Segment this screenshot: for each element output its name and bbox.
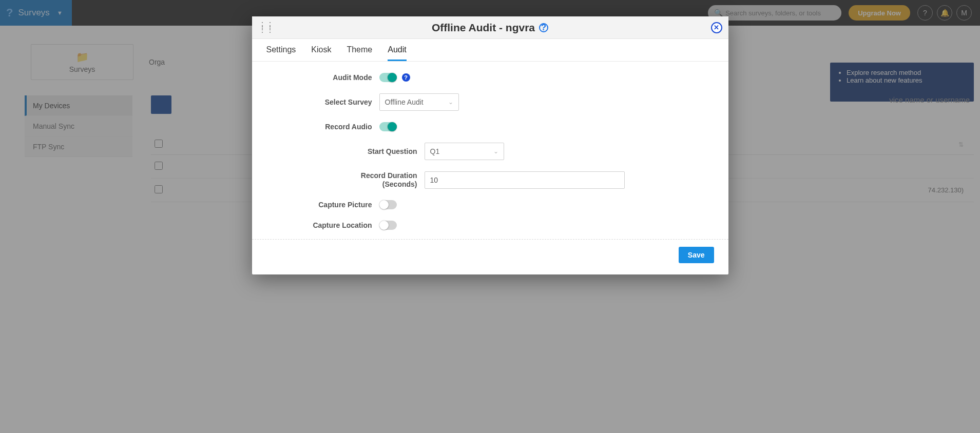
label-audit-mode: Audit Mode <box>266 73 379 82</box>
chevron-down-icon: ⌄ <box>493 148 498 155</box>
toggle-record-audio[interactable] <box>379 122 397 131</box>
save-button[interactable]: Save <box>679 247 714 263</box>
modal-title-text: Offline Audit - ngvra <box>432 22 535 34</box>
toggle-capture-picture[interactable] <box>379 200 397 209</box>
select-survey-value: Offline Audit <box>385 98 424 106</box>
label-start-question: Start Question <box>342 147 425 156</box>
close-icon[interactable]: ✕ <box>711 22 722 33</box>
chevron-down-icon: ⌄ <box>448 99 453 106</box>
drag-handle-icon[interactable]: ⋮⋮⋮⋮ <box>258 24 274 32</box>
label-record-duration: Record Duration (Seconds) <box>342 171 425 189</box>
start-question-dropdown[interactable]: Q1 ⌄ <box>425 143 504 160</box>
record-duration-input[interactable] <box>425 171 625 189</box>
label-record-audio: Record Audio <box>266 123 379 131</box>
modal-header: ⋮⋮⋮⋮ Offline Audit - ngvra ? ✕ <box>252 16 728 39</box>
modal-tabs: Settings Kiosk Theme Audit <box>252 39 728 62</box>
modal-title: Offline Audit - ngvra ? <box>432 22 548 34</box>
label-capture-location: Capture Location <box>266 221 379 229</box>
start-question-value: Q1 <box>430 147 440 155</box>
label-select-survey: Select Survey <box>266 98 379 106</box>
modal-body: Audit Mode ? Select Survey Offline Audit… <box>252 62 728 239</box>
tab-kiosk[interactable]: Kiosk <box>311 45 331 61</box>
modal-footer: Save <box>252 239 728 274</box>
toggle-capture-location[interactable] <box>379 221 397 230</box>
tab-audit[interactable]: Audit <box>388 45 406 61</box>
toggle-audit-mode[interactable] <box>379 73 397 82</box>
select-survey-dropdown[interactable]: Offline Audit ⌄ <box>379 93 459 111</box>
help-icon[interactable]: ? <box>402 73 410 82</box>
label-capture-picture: Capture Picture <box>266 201 379 209</box>
tab-settings[interactable]: Settings <box>266 45 296 61</box>
offline-audit-modal: ⋮⋮⋮⋮ Offline Audit - ngvra ? ✕ Settings … <box>252 16 728 274</box>
tab-theme[interactable]: Theme <box>347 45 372 61</box>
help-icon[interactable]: ? <box>539 23 548 32</box>
modal-overlay[interactable]: ⋮⋮⋮⋮ Offline Audit - ngvra ? ✕ Settings … <box>0 0 980 433</box>
